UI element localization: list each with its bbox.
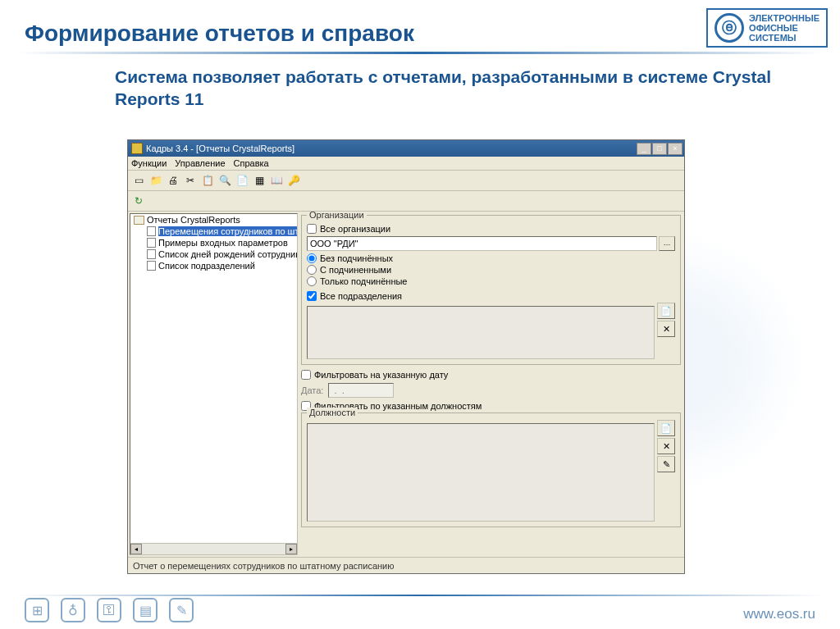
tree-scrollbar[interactable]: ◂ ▸ (130, 543, 297, 554)
org-input[interactable] (307, 236, 657, 251)
scroll-left-icon[interactable]: ◂ (130, 544, 142, 554)
footer-pen-icon: ✎ (169, 598, 194, 622)
menu-functions[interactable]: Функции (131, 158, 167, 168)
tree-item[interactable]: Перемещения сотрудников по штатному (130, 226, 297, 237)
tool-key-icon[interactable]: 🔑 (286, 173, 301, 188)
all-orgs-checkbox[interactable] (307, 224, 317, 234)
titlebar: Кадры 3.4 - [Отчеты CrystalReports] _ □ … (128, 140, 684, 157)
pos-add-button[interactable]: 📄 (657, 420, 675, 436)
footer-tree-icon: ♁ (61, 598, 85, 622)
tool-print-icon[interactable]: 🖨 (166, 173, 180, 188)
window-title: Кадры 3.4 - [Отчеты CrystalReports] (146, 144, 294, 153)
app-icon (131, 143, 143, 154)
statusbar: Отчет о перемещениях сотрудников по штат… (128, 557, 684, 573)
tool-search-icon[interactable]: 🔍 (217, 173, 232, 188)
radio-only-sub[interactable] (307, 276, 317, 286)
tool-grid-icon[interactable]: ▦ (252, 173, 267, 188)
pos-extra-button[interactable]: ✎ (657, 456, 675, 472)
all-orgs-label: Все организации (320, 224, 390, 234)
tool-folder-icon[interactable]: 📁 (148, 173, 163, 188)
toolbar: ▭ 📁 🖨 ✂ 📋 🔍 📄 ▦ 📖 🔑 (128, 171, 684, 191)
report-form: Организации Все организации … Без подчин… (298, 212, 684, 557)
doc-icon (147, 249, 156, 259)
depts-listbox[interactable] (307, 306, 655, 359)
org-legend: Организации (307, 212, 367, 220)
menu-management[interactable]: Управление (175, 158, 225, 168)
radio-with-sub[interactable] (307, 265, 317, 275)
tree-item[interactable]: Примеры входных параметров (130, 237, 297, 248)
date-label: Дата: (301, 385, 323, 395)
dept-add-button[interactable]: 📄 (657, 303, 675, 319)
logo-icon: ⓔ (714, 13, 744, 43)
pos-remove-button[interactable]: ✕ (657, 438, 675, 454)
positions-groupbox: Должности 📄 ✕ ✎ (301, 412, 681, 527)
footer-key-icon: ⚿ (97, 598, 121, 622)
report-tree[interactable]: Отчеты CrystalReports Перемещения сотруд… (130, 213, 298, 555)
app-window: Кадры 3.4 - [Отчеты CrystalReports] _ □ … (127, 139, 685, 574)
tool-book-icon[interactable]: 📖 (269, 173, 284, 188)
org-browse-button[interactable]: … (659, 236, 675, 251)
slide-subtitle: Система позволяет работать с отчетами, р… (115, 66, 807, 110)
positions-legend: Должности (307, 408, 358, 417)
footer-url: www.eos.ru (743, 606, 815, 622)
folder-icon (134, 216, 144, 225)
date-input[interactable] (328, 383, 394, 398)
filter-date-checkbox[interactable] (301, 370, 311, 380)
minimize-button[interactable]: _ (637, 143, 651, 155)
scroll-right-icon[interactable]: ▸ (285, 544, 297, 554)
doc-icon (147, 238, 156, 248)
tree-item[interactable]: Список подразделений (130, 260, 297, 271)
doc-icon (147, 226, 156, 236)
tool-card-icon[interactable]: ▭ (131, 173, 146, 188)
slide-title: Формирование отчетов и справок (25, 8, 414, 47)
footer-icons: ⊞ ♁ ⚿ ▤ ✎ (25, 598, 194, 622)
menubar: Функции Управление Справка (128, 157, 684, 171)
tree-item[interactable]: Список дней рождений сотрудников с вы (130, 248, 297, 260)
maximize-button[interactable]: □ (652, 143, 667, 155)
positions-listbox[interactable] (307, 423, 655, 522)
all-depts-checkbox[interactable] (307, 291, 317, 301)
header-divider (16, 52, 824, 54)
tool-paste-icon[interactable]: 📋 (200, 173, 215, 188)
menu-help[interactable]: Справка (234, 158, 269, 168)
org-groupbox: Организации Все организации … Без подчин… (301, 215, 681, 365)
tool-cut-icon[interactable]: ✂ (183, 173, 198, 188)
dept-remove-button[interactable]: ✕ (657, 321, 675, 337)
footer-doc-icon: ▤ (133, 598, 158, 622)
footer-calc-icon: ⊞ (25, 598, 49, 622)
tool-doc-icon[interactable]: 📄 (235, 173, 249, 188)
refresh-icon[interactable]: ↻ (131, 194, 146, 208)
toolbar-secondary: ↻ (128, 191, 684, 212)
doc-icon (147, 261, 156, 271)
radio-no-sub[interactable] (307, 253, 317, 263)
brand-logo: ⓔ ЭЛЕКТРОННЫЕ ОФИСНЫЕ СИСТЕМЫ (706, 8, 828, 48)
tree-root-node[interactable]: Отчеты CrystalReports (130, 214, 297, 226)
close-button[interactable]: × (668, 143, 682, 155)
